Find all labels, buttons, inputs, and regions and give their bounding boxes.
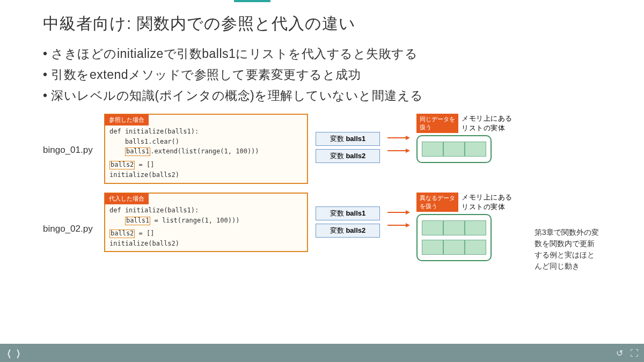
bullet-item: 引数をextendメソッドで参照して要素変更すると成功 xyxy=(43,64,601,85)
arrow-icon xyxy=(387,137,409,138)
cell xyxy=(443,142,465,157)
arrow-icon xyxy=(387,212,409,213)
code-line: balls2 = [] xyxy=(109,160,303,170)
file-label: bingo_02.py xyxy=(43,193,97,234)
code-line: def initialize(balls1): xyxy=(109,205,303,216)
highlight: balls1 xyxy=(125,217,150,225)
prev-next-icon[interactable]: ❮ ❯ xyxy=(5,348,21,358)
figure-1: bingo_01.py 参照した場合 def initialize(balls1… xyxy=(43,114,601,184)
bullet-item: 深いレベルの知識(ポインタの概念)を理解していないと間違える xyxy=(43,85,601,106)
highlight: balls2 xyxy=(109,161,135,169)
cell xyxy=(465,142,486,157)
memory-column: 同じデータを 扱う メモリ上にある リストの実体 xyxy=(416,114,524,163)
memory-column: 異なるデータ を扱う メモリ上にある リストの実体 xyxy=(416,193,524,261)
memory-tag: 同じデータを 扱う xyxy=(416,114,458,133)
cell xyxy=(422,142,443,157)
code-line: balls1.extend(list(range(1, 100))) xyxy=(109,146,303,157)
arrow-icon xyxy=(387,225,409,226)
cell xyxy=(422,220,443,235)
code-line: balls2 = [] xyxy=(109,228,303,239)
memory-tag: 異なるデータ を扱う xyxy=(416,193,458,212)
code-line: initialize(balls2) xyxy=(109,170,303,180)
bullet-item: さきほどのinitializeで引数balls1にリストを代入すると失敗する xyxy=(43,43,601,64)
list-cells xyxy=(422,220,486,235)
variable-box: 変数 balls1 xyxy=(316,132,380,146)
code-line: def initialize(balls1): xyxy=(109,127,303,137)
code-tag: 参照した場合 xyxy=(105,114,149,125)
memory-title: メモリ上にある リストの実体 xyxy=(462,193,513,212)
cell xyxy=(465,220,486,235)
memory-box xyxy=(416,214,492,261)
code-block-1: 参照した場合 def initialize(balls1): balls1.cl… xyxy=(104,114,308,184)
code-line: balls1 = list(range(1, 100))) xyxy=(109,216,303,226)
file-label: bingo_01.py xyxy=(43,114,97,156)
figures: bingo_01.py 参照した場合 def initialize(balls1… xyxy=(43,114,601,272)
arrow-icon xyxy=(387,150,409,151)
variable-box: 変数 balls2 xyxy=(316,149,380,163)
bullet-list: さきほどのinitializeで引数balls1にリストを代入すると失敗する 引… xyxy=(43,43,601,106)
side-note: 第3章で関数外の変数を関数内で更新する例と実はほとんど同じ動き xyxy=(535,193,601,272)
variable-column: 変数 balls1 変数 balls2 xyxy=(316,206,380,238)
variable-column: 変数 balls1 変数 balls2 xyxy=(316,132,380,163)
arrow-column xyxy=(387,208,409,226)
cell xyxy=(465,240,486,255)
code-block-2: 代入した場合 def initialize(balls1): balls1 = … xyxy=(104,193,308,252)
highlight: balls1 xyxy=(125,147,150,156)
variable-box: 変数 balls2 xyxy=(316,224,380,238)
memory-title: メモリ上にある リストの実体 xyxy=(462,114,513,133)
cell xyxy=(422,240,443,255)
memory-box xyxy=(416,135,492,163)
code-tag: 代入した場合 xyxy=(105,193,149,204)
share-icon[interactable]: ↺ xyxy=(616,348,623,358)
slide: 中級者向け: 関数内での参照と代入の違い さきほどのinitializeで引数b… xyxy=(0,0,644,343)
cell xyxy=(443,220,465,235)
footer-bar: ❮ ❯ ↺ ⛶ xyxy=(0,344,644,362)
highlight: balls2 xyxy=(109,230,135,238)
fullscreen-icon[interactable]: ⛶ xyxy=(630,349,639,358)
variable-box: 変数 balls1 xyxy=(316,206,380,220)
code-line: balls1.clear() xyxy=(109,137,303,147)
code-line: initialize(balls2) xyxy=(109,239,303,249)
slide-title: 中級者向け: 関数内での参照と代入の違い xyxy=(43,13,601,35)
arrow-column xyxy=(387,133,409,151)
accent-bar xyxy=(234,0,270,2)
cell xyxy=(443,240,465,255)
figure-2: bingo_02.py 代入した場合 def initialize(balls1… xyxy=(43,193,601,272)
list-cells xyxy=(422,142,486,157)
list-cells xyxy=(422,240,486,255)
